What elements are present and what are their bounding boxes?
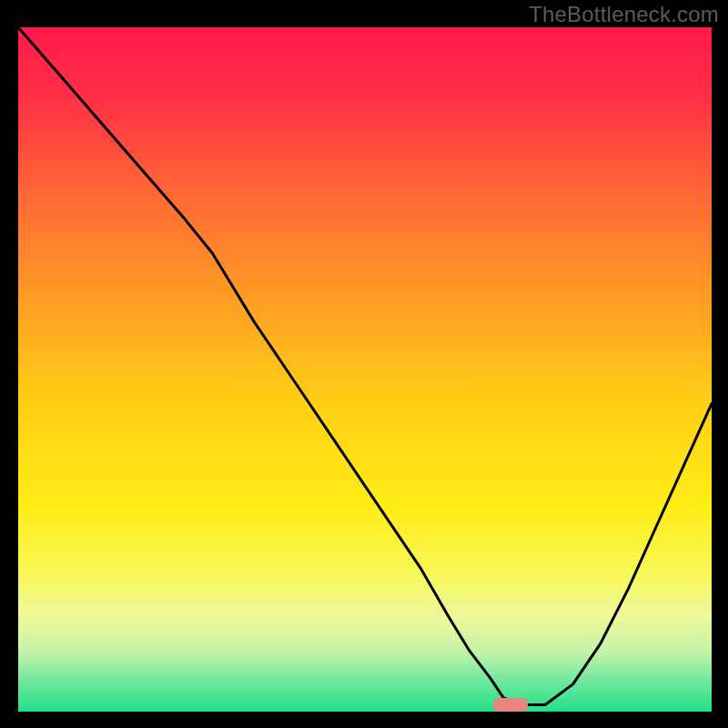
gradient-background (18, 27, 712, 712)
plot-area (18, 27, 712, 712)
chart-frame: TheBottleneck.com (0, 0, 728, 728)
optimal-point-marker (493, 698, 528, 712)
chart-svg (18, 27, 712, 712)
watermark-text: TheBottleneck.com (529, 2, 719, 27)
